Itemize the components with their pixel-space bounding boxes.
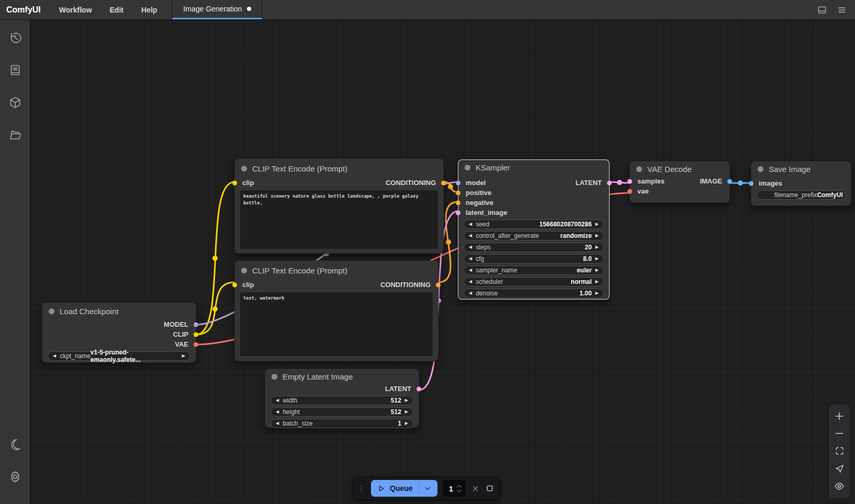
node-save-image[interactable]: Save Image images filename_prefix ComfyU… — [751, 161, 851, 206]
history-icon[interactable] — [4, 26, 27, 49]
prev-arrow-icon[interactable]: ◀ — [276, 421, 279, 426]
widget-sampler-name[interactable]: ◀ sampler_name euler ▶ — [464, 266, 604, 275]
port-clip-in[interactable] — [232, 282, 237, 287]
port-latent-out[interactable] — [607, 180, 612, 185]
stop-icon[interactable] — [485, 482, 494, 495]
node-vae-decode[interactable]: VAE Decode samples IMAGE vae — [629, 161, 730, 203]
prev-arrow-icon[interactable]: ◀ — [469, 268, 472, 272]
widget-cfg[interactable]: ◀ cfg 8.0 ▶ — [464, 254, 604, 264]
widget-width[interactable]: ◀ width 512 ▶ — [271, 396, 413, 405]
collapse-dot[interactable] — [758, 166, 763, 172]
prev-arrow-icon[interactable]: ◀ — [469, 257, 472, 261]
graph-canvas[interactable] — [30, 20, 855, 504]
prev-arrow-icon[interactable]: ◀ — [276, 398, 279, 403]
port-clip-out[interactable] — [194, 332, 198, 337]
settings-icon[interactable] — [4, 465, 27, 488]
batch-count-value[interactable]: 1 — [446, 484, 456, 493]
prompt-textarea[interactable]: text, watermark — [240, 292, 433, 356]
port-samples-in[interactable] — [627, 179, 632, 184]
port-positive-in[interactable] — [456, 190, 460, 195]
next-arrow-icon[interactable]: ▶ — [595, 268, 599, 272]
port-conditioning-out[interactable] — [436, 282, 441, 287]
node-empty-latent-image[interactable]: Empty Latent Image LATENT ◀ width 512 ▶ … — [265, 369, 419, 428]
prompt-textarea[interactable]: beautiful scenery nature glass bottle la… — [240, 190, 438, 249]
menu-workflow[interactable]: Workflow — [50, 0, 101, 19]
node-clip-text-encode-negative[interactable]: CLIP Text Encode (Prompt) clip CONDITION… — [234, 260, 438, 361]
logs-icon[interactable] — [4, 59, 27, 82]
model-library-icon[interactable] — [4, 91, 27, 114]
widget-value: 20 — [584, 244, 591, 251]
collapse-dot[interactable] — [465, 165, 470, 170]
prev-arrow-icon[interactable]: ◀ — [469, 280, 472, 284]
zoom-out-button[interactable] — [832, 426, 847, 441]
next-arrow-icon[interactable]: ▶ — [595, 280, 599, 284]
port-row: positive — [458, 188, 609, 198]
widget-batch-size[interactable]: ◀ batch_size 1 ▶ — [271, 419, 413, 428]
workflows-icon[interactable] — [4, 123, 27, 146]
port-model-out[interactable] — [194, 322, 198, 327]
port-images-in[interactable] — [749, 181, 753, 186]
tab-image-generation[interactable]: Image Generation — [172, 0, 262, 19]
clear-queue-icon[interactable] — [470, 482, 480, 495]
next-arrow-icon[interactable]: ▶ — [595, 245, 599, 249]
widget-scheduler[interactable]: ◀ scheduler normal ▶ — [464, 277, 604, 287]
next-arrow-icon[interactable]: ▶ — [405, 421, 408, 426]
port-latent-out[interactable] — [417, 386, 421, 391]
fit-view-button[interactable] — [832, 444, 847, 459]
menu-help[interactable]: Help — [132, 0, 166, 19]
widget-value: 512 — [391, 397, 401, 404]
widget-ckpt-name[interactable]: ◀ ckpt_name v1-5-pruned-emaonly.safete..… — [48, 351, 190, 361]
prev-arrow-icon[interactable]: ◀ — [276, 410, 279, 414]
next-arrow-icon[interactable]: ▶ — [595, 257, 599, 261]
collapse-dot[interactable] — [272, 374, 277, 380]
collapse-dot[interactable] — [241, 166, 247, 171]
chevron-down-icon[interactable] — [424, 485, 431, 492]
select-mode-button[interactable] — [832, 462, 847, 476]
bottom-panel-icon[interactable] — [812, 0, 832, 19]
spinner-down-icon[interactable] — [456, 489, 462, 492]
port-vae-out[interactable] — [194, 342, 198, 347]
drag-handle-icon[interactable]: ⋮ — [356, 486, 366, 491]
queue-bar: ⋮ Queue 1 — [353, 477, 500, 500]
next-arrow-icon[interactable]: ▶ — [405, 410, 408, 414]
collapse-dot[interactable] — [241, 268, 247, 273]
node-clip-text-encode-positive[interactable]: CLIP Text Encode (Prompt) clip CONDITION… — [234, 158, 444, 254]
collapse-dot[interactable] — [636, 166, 642, 172]
input-label: latent_image — [466, 209, 507, 216]
widget-height[interactable]: ◀ height 512 ▶ — [271, 407, 413, 417]
port-image-out[interactable] — [727, 179, 732, 184]
prev-arrow-icon[interactable]: ◀ — [469, 245, 472, 249]
output-label: CONDITIONING — [380, 281, 431, 289]
port-clip-in[interactable] — [232, 180, 237, 185]
node-load-checkpoint[interactable]: Load Checkpoint MODEL CLIP VAE ◀ ckpt_na… — [42, 302, 196, 363]
next-arrow-icon[interactable]: ▶ — [595, 222, 599, 226]
next-arrow-icon[interactable]: ▶ — [182, 354, 185, 358]
zoom-in-button[interactable] — [832, 409, 847, 423]
prev-arrow-icon[interactable]: ◀ — [469, 291, 472, 295]
widget-denoise[interactable]: ◀ denoise 1.00 ▶ — [464, 289, 604, 298]
port-latent-image-in[interactable] — [456, 210, 460, 215]
widget-filename-prefix[interactable]: filename_prefix ComfyUI — [757, 190, 846, 200]
menu-edit[interactable]: Edit — [101, 0, 132, 19]
batch-count-input[interactable]: 1 — [443, 480, 465, 497]
port-conditioning-out[interactable] — [441, 180, 446, 185]
queue-button[interactable]: Queue — [371, 480, 437, 497]
next-arrow-icon[interactable]: ▶ — [595, 234, 599, 238]
toggle-link-visibility-button[interactable] — [832, 479, 847, 494]
port-vae-in[interactable] — [627, 189, 632, 193]
widget-seed[interactable]: ◀ seed 156680208700286 ▶ — [464, 220, 604, 229]
port-model-in[interactable] — [456, 180, 460, 185]
menu-icon[interactable] — [832, 0, 852, 19]
prev-arrow-icon[interactable]: ◀ — [469, 222, 472, 226]
next-arrow-icon[interactable]: ▶ — [595, 291, 599, 295]
port-negative-in[interactable] — [456, 200, 460, 205]
node-ksampler[interactable]: KSampler model LATENT positive negative … — [458, 159, 610, 300]
spinner-up-icon[interactable] — [456, 485, 462, 488]
prev-arrow-icon[interactable]: ◀ — [469, 234, 472, 238]
widget-control-after-generate[interactable]: ◀ control_after_generate randomize ▶ — [464, 231, 604, 240]
widget-steps[interactable]: ◀ steps 20 ▶ — [464, 243, 604, 252]
theme-icon[interactable] — [4, 433, 27, 456]
collapse-dot[interactable] — [49, 308, 54, 314]
prev-arrow-icon[interactable]: ◀ — [53, 354, 56, 358]
next-arrow-icon[interactable]: ▶ — [405, 398, 408, 403]
